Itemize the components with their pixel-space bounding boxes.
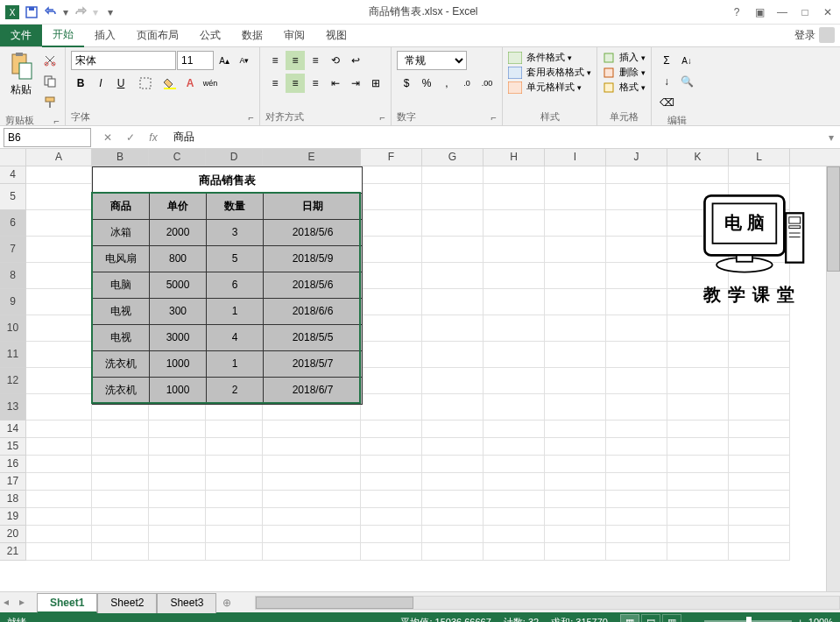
tab-data[interactable]: 数据 — [231, 25, 273, 46]
column-header[interactable]: L — [729, 149, 790, 166]
cell[interactable] — [361, 508, 422, 526]
merge-button[interactable]: ⊞ — [366, 74, 385, 93]
cell[interactable] — [26, 289, 92, 315]
cell[interactable] — [667, 342, 729, 368]
cell[interactable] — [422, 473, 484, 491]
cell[interactable] — [26, 315, 92, 342]
table-cell[interactable]: 2018/6/6 — [264, 299, 362, 325]
cell[interactable] — [729, 368, 790, 394]
align-right-button[interactable]: ≡ — [306, 74, 325, 93]
cell[interactable] — [484, 491, 545, 508]
cell[interactable] — [361, 263, 422, 289]
cell[interactable] — [545, 491, 606, 508]
cell[interactable] — [729, 543, 790, 561]
cell[interactable] — [361, 456, 422, 473]
page-layout-view-button[interactable]: ▤ — [641, 614, 660, 622]
increase-indent-button[interactable]: ⇥ — [346, 74, 365, 93]
cell[interactable] — [667, 438, 729, 456]
minimize-button[interactable]: — — [773, 4, 791, 21]
bold-button[interactable]: B — [71, 74, 90, 93]
cell[interactable] — [606, 421, 667, 438]
cell[interactable] — [729, 508, 790, 526]
row-header[interactable]: 18 — [0, 491, 26, 508]
vertical-scrollbar[interactable] — [826, 166, 840, 591]
cell[interactable] — [422, 166, 484, 184]
row-header[interactable]: 16 — [0, 456, 26, 473]
column-header[interactable]: H — [484, 149, 545, 166]
increase-decimal-button[interactable]: .0 — [457, 74, 476, 93]
cell[interactable] — [263, 508, 361, 526]
cell[interactable] — [422, 210, 484, 237]
cell[interactable] — [484, 289, 545, 315]
table-cell[interactable]: 2018/5/5 — [264, 325, 362, 351]
cell[interactable] — [545, 526, 606, 543]
table-header-cell[interactable]: 单价 — [150, 194, 207, 220]
row-header[interactable]: 19 — [0, 508, 26, 526]
cell[interactable] — [667, 508, 729, 526]
column-header[interactable]: B — [92, 149, 149, 166]
font-color-button[interactable]: A — [180, 74, 200, 93]
cell[interactable] — [206, 473, 263, 491]
column-header[interactable]: D — [206, 149, 263, 166]
table-cell[interactable]: 3000 — [150, 325, 207, 351]
borders-button[interactable] — [136, 74, 155, 93]
table-cell[interactable]: 5 — [207, 246, 264, 272]
redo-dropdown-icon[interactable]: ▾ — [91, 4, 100, 21]
row-header[interactable]: 13 — [0, 394, 26, 421]
cell[interactable] — [667, 421, 729, 438]
cell[interactable] — [484, 237, 545, 263]
cell[interactable] — [92, 491, 149, 508]
select-all-corner[interactable] — [0, 149, 26, 166]
cell[interactable] — [545, 342, 606, 368]
cell[interactable] — [206, 543, 263, 561]
row-header[interactable]: 21 — [0, 543, 26, 561]
cell[interactable] — [92, 421, 149, 438]
cell[interactable] — [26, 508, 92, 526]
cell[interactable] — [422, 237, 484, 263]
cell[interactable] — [484, 184, 545, 210]
qat-customize-icon[interactable]: ▾ — [102, 4, 119, 21]
cell[interactable] — [26, 438, 92, 456]
table-cell[interactable]: 1000 — [150, 351, 207, 378]
cell[interactable] — [361, 289, 422, 315]
cell[interactable] — [545, 438, 606, 456]
cell-styles-button[interactable]: 单元格样式▾ — [508, 81, 582, 94]
dialog-launcher-icon[interactable]: ⌐ — [54, 116, 60, 126]
cell[interactable] — [606, 543, 667, 561]
cell[interactable] — [206, 508, 263, 526]
cell[interactable] — [484, 526, 545, 543]
cell[interactable] — [606, 263, 667, 289]
comma-button[interactable]: , — [437, 74, 456, 93]
cell[interactable] — [26, 166, 92, 184]
cell[interactable] — [422, 508, 484, 526]
align-bottom-button[interactable]: ≡ — [306, 51, 325, 70]
row-header[interactable]: 20 — [0, 526, 26, 543]
cell[interactable] — [149, 491, 206, 508]
row-header[interactable]: 15 — [0, 438, 26, 456]
cell[interactable] — [92, 438, 149, 456]
cell[interactable] — [206, 438, 263, 456]
cell[interactable] — [667, 394, 729, 421]
cell[interactable] — [361, 438, 422, 456]
cell[interactable] — [606, 456, 667, 473]
row-header[interactable]: 10 — [0, 315, 26, 342]
tab-review[interactable]: 审阅 — [273, 25, 315, 46]
cell[interactable] — [422, 263, 484, 289]
cell[interactable] — [26, 491, 92, 508]
dialog-launcher-icon[interactable]: ⌐ — [380, 112, 385, 123]
number-format-select[interactable]: 常规 — [397, 51, 467, 70]
cell[interactable] — [606, 368, 667, 394]
cell[interactable] — [484, 210, 545, 237]
fill-color-button[interactable] — [160, 74, 180, 93]
row-header[interactable]: 14 — [0, 421, 26, 438]
table-cell[interactable]: 800 — [150, 246, 207, 272]
conditional-format-button[interactable]: 条件格式▾ — [508, 51, 572, 64]
cell[interactable] — [484, 315, 545, 342]
table-cell[interactable]: 2018/5/7 — [264, 351, 362, 378]
table-cell[interactable]: 电视 — [93, 299, 150, 325]
column-header[interactable]: F — [361, 149, 422, 166]
table-cell[interactable]: 2018/5/6 — [264, 220, 362, 246]
cell[interactable] — [729, 421, 790, 438]
formula-input[interactable] — [166, 128, 822, 147]
zoom-level[interactable]: 100% — [808, 617, 833, 622]
